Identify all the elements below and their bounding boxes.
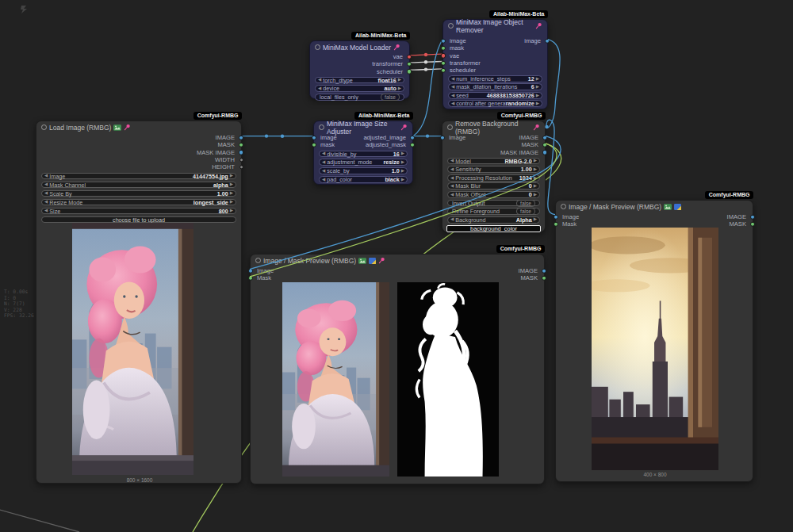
output-slot-mask[interactable]: [542, 143, 548, 148]
decrement-arrow-icon[interactable]: ◀: [450, 184, 454, 189]
decrement-arrow-icon[interactable]: ◀: [322, 178, 325, 182]
increment-arrow-icon[interactable]: ▶: [534, 217, 537, 222]
decrement-arrow-icon[interactable]: ◀: [322, 169, 325, 174]
node-load-image[interactable]: Comfyui-RMBG Load Image (RMBG) IMAGE MAS…: [36, 121, 242, 484]
increment-arrow-icon[interactable]: ▶: [536, 85, 539, 90]
node-title-bar[interactable]: Load Image (RMBG): [36, 121, 241, 132]
decrement-arrow-icon[interactable]: ◀: [450, 217, 454, 222]
background-color-widget[interactable]: background_color: [446, 225, 541, 232]
widget-invert-output[interactable]: Invert Outputfalse: [447, 200, 540, 207]
widget-num-inference-steps[interactable]: ◀num_inference_steps12▶: [448, 75, 542, 82]
collapse-dot[interactable]: [41, 124, 47, 130]
widget-model[interactable]: ◀ModelRMBG-2.0▶: [447, 158, 540, 165]
node-title-bar[interactable]: Image / Mask Preview (RMBG): [556, 201, 753, 212]
widget-torch-dtype[interactable]: ◀torch_dtypefloat16▶: [315, 77, 404, 84]
decrement-arrow-icon[interactable]: ◀: [318, 86, 321, 91]
input-slot-image[interactable]: [312, 135, 317, 140]
output-slot-image[interactable]: [542, 268, 547, 274]
output-slot-mask-image[interactable]: [542, 150, 548, 155]
decrement-arrow-icon[interactable]: ◀: [322, 160, 325, 165]
node-minimax-image-size-adjuster[interactable]: Ailab-MiniMax-Beta MiniMax Image Size Ad…: [313, 121, 413, 185]
decrement-arrow-icon[interactable]: ◀: [44, 174, 48, 178]
input-slot-mask[interactable]: [312, 143, 317, 148]
input-slot-mask[interactable]: [554, 222, 559, 228]
widget-device[interactable]: ◀deviceauto▶: [315, 85, 404, 92]
output-slot-vae[interactable]: [407, 54, 412, 59]
input-slot-image[interactable]: [554, 214, 559, 220]
decrement-arrow-icon[interactable]: ◀: [451, 85, 454, 90]
node-title-bar[interactable]: Image / Mask Preview (RMBG): [251, 255, 544, 266]
output-slot-image[interactable]: [239, 135, 244, 140]
decrement-arrow-icon[interactable]: ◀: [450, 167, 454, 172]
collapse-dot[interactable]: [315, 44, 320, 50]
node-image-mask-preview-right[interactable]: Comfyui-RMBG Image / Mask Preview (RMBG)…: [555, 200, 753, 482]
decrement-arrow-icon[interactable]: ◀: [44, 200, 48, 205]
input-slot-mask[interactable]: [248, 276, 254, 281]
widget-pad-color[interactable]: ◀pad_colorblack▶: [319, 176, 408, 183]
output-slot-mask-image[interactable]: [239, 150, 244, 155]
input-slot-scheduler[interactable]: [441, 68, 446, 74]
node-remove-background[interactable]: Comfyui-RMBG Remove Background (RMBG) Im…: [442, 121, 546, 232]
output-slot-scheduler[interactable]: [407, 69, 412, 75]
widget-resize-mode[interactable]: ◀Resize Modelongest_side▶: [41, 199, 236, 206]
increment-arrow-icon[interactable]: ▶: [536, 94, 539, 98]
node-minimax-image-object-remover[interactable]: Ailab-MiniMax-Beta MiniMax Image Object …: [442, 19, 548, 109]
decrement-arrow-icon[interactable]: ◀: [451, 101, 454, 106]
decrement-arrow-icon[interactable]: ◀: [322, 151, 325, 156]
increment-arrow-icon[interactable]: ▶: [534, 167, 537, 172]
decrement-arrow-icon[interactable]: ◀: [44, 209, 48, 213]
app-logo-icon[interactable]: [19, 5, 29, 14]
widget-background[interactable]: ◀BackgroundAlpha▶: [447, 216, 540, 224]
increment-arrow-icon[interactable]: ▶: [398, 86, 401, 91]
widget-image[interactable]: ◀Image41447554.jpg▶: [41, 173, 236, 180]
increment-arrow-icon[interactable]: ▶: [398, 78, 401, 82]
decrement-arrow-icon[interactable]: ◀: [450, 159, 454, 163]
collapse-dot[interactable]: [448, 23, 454, 29]
collapse-dot[interactable]: [561, 204, 566, 209]
widget-refine-foreground[interactable]: Refine Foregroundfalse: [447, 208, 540, 215]
widget-divisible-by[interactable]: ◀divisible_by16▶: [319, 151, 408, 158]
output-slot-height[interactable]: [239, 165, 244, 170]
increment-arrow-icon[interactable]: ▶: [230, 209, 233, 213]
output-slot-adjusted-mask[interactable]: [410, 143, 416, 148]
collapse-dot[interactable]: [319, 124, 324, 130]
output-slot-mask[interactable]: [542, 276, 547, 281]
widget-mask-dilation-iterations[interactable]: ◀mask_dilation_iterations6▶: [448, 83, 542, 90]
collapse-dot[interactable]: [447, 124, 453, 130]
widget-scale-by[interactable]: ◀Scale By1.00▶: [41, 190, 236, 197]
input-slot-image[interactable]: [440, 135, 446, 140]
widget-size[interactable]: ◀Size800▶: [41, 208, 236, 215]
widget-local-files-only[interactable]: local_files_onlyfalse: [315, 94, 404, 101]
node-title-bar[interactable]: Remove Background (RMBG): [442, 121, 545, 132]
output-slot-image[interactable]: [542, 135, 548, 140]
increment-arrow-icon[interactable]: ▶: [401, 169, 404, 174]
widget-processing-resolution[interactable]: ◀Processing Resolution1024▶: [447, 174, 540, 182]
node-title-bar[interactable]: MiniMax Model Loader: [310, 41, 409, 52]
increment-arrow-icon[interactable]: ▶: [230, 191, 233, 196]
widget-sensitivity[interactable]: ◀Sensitivity1.00▶: [447, 166, 540, 173]
widget-mask-blur[interactable]: ◀Mask Blur0▶: [447, 182, 540, 189]
collapse-dot[interactable]: [255, 258, 261, 263]
widget-mask-channel[interactable]: ◀Mask Channelalpha▶: [41, 182, 236, 189]
input-slot-image[interactable]: [441, 38, 446, 44]
increment-arrow-icon[interactable]: ▶: [230, 174, 233, 178]
decrement-arrow-icon[interactable]: ◀: [318, 78, 321, 82]
input-slot-mask[interactable]: [441, 46, 446, 52]
output-slot-mask[interactable]: [239, 143, 244, 148]
widget-scale-by[interactable]: ◀scale_by1.0▶: [319, 167, 408, 174]
decrement-arrow-icon[interactable]: ◀: [450, 193, 454, 197]
decrement-arrow-icon[interactable]: ◀: [44, 182, 48, 187]
node-title-bar[interactable]: MiniMax Image Size Adjuster: [314, 121, 412, 132]
increment-arrow-icon[interactable]: ▶: [534, 176, 537, 181]
increment-arrow-icon[interactable]: ▶: [401, 178, 404, 182]
increment-arrow-icon[interactable]: ▶: [230, 200, 233, 205]
decrement-arrow-icon[interactable]: ◀: [451, 94, 454, 98]
node-title-bar[interactable]: MiniMax Image Object Remover: [443, 20, 547, 31]
input-slot-vae[interactable]: [441, 53, 446, 59]
increment-arrow-icon[interactable]: ▶: [401, 151, 404, 156]
node-image-mask-preview-center[interactable]: Comfyui-RMBG Image / Mask Preview (RMBG)…: [250, 254, 545, 484]
increment-arrow-icon[interactable]: ▶: [536, 77, 539, 82]
increment-arrow-icon[interactable]: ▶: [536, 101, 539, 106]
output-slot-mask[interactable]: [750, 222, 756, 228]
increment-arrow-icon[interactable]: ▶: [230, 182, 233, 187]
